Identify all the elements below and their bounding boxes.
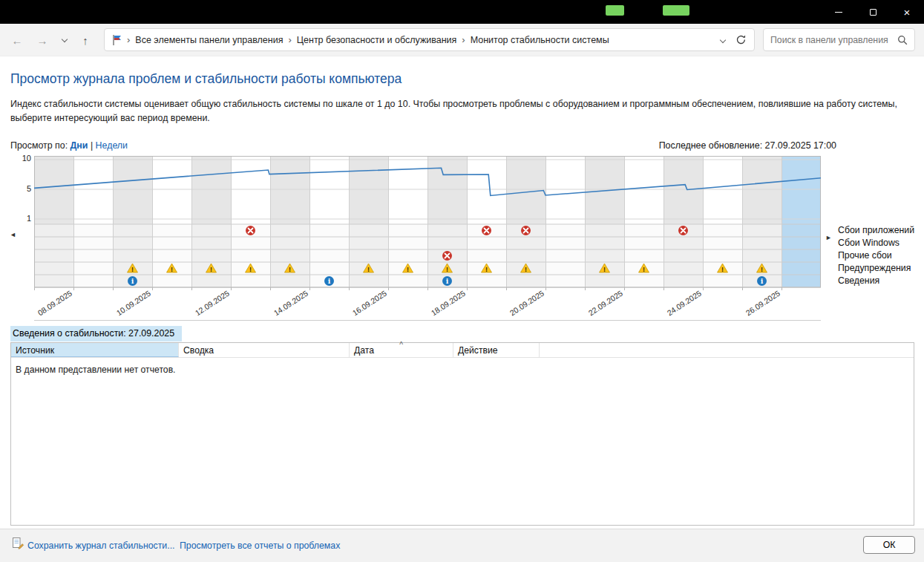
svg-text:i: i bbox=[446, 277, 449, 285]
view-by-days-link[interactable]: Дни bbox=[71, 140, 88, 151]
svg-text:!: ! bbox=[407, 266, 409, 273]
up-button[interactable]: ↑ bbox=[76, 24, 95, 56]
breadcrumb-item-security-center[interactable]: Центр безопасности и обслуживания bbox=[297, 35, 457, 45]
svg-text:!: ! bbox=[367, 266, 370, 273]
search-icon[interactable] bbox=[897, 35, 908, 45]
column-header-date[interactable]: ^ Дата bbox=[350, 343, 453, 357]
info-icon[interactable]: i bbox=[442, 276, 452, 286]
date-label: 16.09.2025 bbox=[350, 289, 388, 318]
sort-ascending-icon: ^ bbox=[399, 341, 403, 349]
search-input[interactable] bbox=[770, 35, 897, 45]
titlebar-badge bbox=[606, 5, 624, 16]
svg-text:!: ! bbox=[485, 266, 488, 273]
date-label: 14.09.2025 bbox=[272, 289, 309, 318]
error-icon[interactable] bbox=[521, 226, 531, 235]
ok-button[interactable]: ОК bbox=[863, 536, 915, 554]
date-label: 24.09.2025 bbox=[665, 289, 703, 318]
svg-text:!: ! bbox=[289, 266, 291, 273]
navigation-bar: ← → ↑ › Все элементы панели управления ›… bbox=[0, 24, 924, 56]
chevron-down-icon bbox=[62, 36, 68, 42]
error-icon[interactable] bbox=[482, 226, 491, 235]
chart-legend: Сбои приложений Сбои Windows Прочие сбои… bbox=[838, 224, 914, 287]
svg-text:!: ! bbox=[603, 266, 606, 273]
breadcrumb-separator: › bbox=[283, 34, 296, 45]
maximize-icon bbox=[870, 9, 877, 16]
view-by-row: Просмотр по: Дни | Недели bbox=[10, 140, 128, 151]
breadcrumb-separator: › bbox=[122, 34, 135, 45]
last-update-label: Последнее обновление: 27.09.2025 17:00 bbox=[659, 140, 836, 151]
legend-information: Сведения bbox=[838, 275, 914, 287]
stability-chart[interactable]: !!!!!!!!!!!!!!iiii08.09.202510.09.202512… bbox=[34, 156, 821, 321]
svg-text:!: ! bbox=[131, 266, 134, 273]
save-report-icon bbox=[12, 537, 24, 552]
maximize-button[interactable] bbox=[856, 0, 890, 24]
selected-day-column bbox=[782, 156, 821, 287]
y-axis-tick: 10 bbox=[19, 154, 31, 163]
view-all-reports-link[interactable]: Просмотреть все отчеты о проблемах bbox=[180, 540, 340, 551]
chart-scroll-right-button[interactable]: ► bbox=[825, 234, 832, 241]
page-description: Индекс стабильности системы оценивает об… bbox=[10, 97, 919, 125]
titlebar[interactable]: × bbox=[0, 0, 924, 24]
legend-windows-failures: Сбои Windows bbox=[838, 237, 914, 249]
reports-table-header: Источник Сводка ^ Дата Действие bbox=[11, 343, 914, 358]
error-icon[interactable] bbox=[442, 251, 452, 261]
stability-details-title: Сведения о стабильности: 27.09.2025 bbox=[10, 326, 182, 342]
back-icon: ← bbox=[12, 34, 23, 47]
reliability-monitor-window: × ← → ↑ › Все элементы панели управления… bbox=[0, 0, 924, 562]
chart-scroll-left-button[interactable]: ◄ bbox=[10, 231, 16, 238]
no-reports-message: В данном представлении нет отчетов. bbox=[16, 365, 176, 375]
forward-icon: → bbox=[37, 34, 48, 47]
y-axis-tick: 1 bbox=[19, 214, 31, 223]
date-label: 22.09.2025 bbox=[586, 289, 624, 318]
window-controls: × bbox=[822, 0, 924, 24]
close-icon: × bbox=[904, 7, 911, 18]
svg-text:!: ! bbox=[249, 266, 252, 273]
save-stability-log-link[interactable]: Сохранить журнал стабильности... bbox=[27, 540, 174, 551]
up-icon: ↑ bbox=[82, 34, 88, 47]
legend-app-failures: Сбои приложений bbox=[838, 224, 914, 237]
svg-text:!: ! bbox=[643, 266, 645, 273]
close-button[interactable]: × bbox=[890, 0, 924, 24]
column-header-summary[interactable]: Сводка bbox=[179, 343, 350, 357]
view-by-weeks-link[interactable]: Недели bbox=[96, 140, 128, 151]
date-label: 12.09.2025 bbox=[193, 289, 231, 318]
error-icon[interactable] bbox=[246, 226, 255, 235]
control-panel-flag-icon bbox=[112, 34, 122, 46]
date-label: 26.09.2025 bbox=[744, 289, 782, 318]
error-icon[interactable] bbox=[678, 226, 688, 235]
info-icon[interactable]: i bbox=[128, 276, 137, 286]
back-button[interactable]: ← bbox=[7, 24, 27, 56]
titlebar-badge bbox=[663, 5, 689, 16]
breadcrumb-item-reliability-monitor[interactable]: Монитор стабильности системы bbox=[471, 35, 609, 45]
date-label: 10.09.2025 bbox=[114, 289, 152, 318]
svg-text:i: i bbox=[328, 277, 331, 285]
address-dropdown-icon[interactable] bbox=[720, 36, 726, 42]
svg-text:!: ! bbox=[525, 266, 527, 273]
breadcrumb-separator: › bbox=[456, 34, 470, 45]
refresh-icon[interactable] bbox=[735, 34, 747, 45]
column-header-action[interactable]: Действие bbox=[453, 343, 540, 357]
address-bar[interactable]: › Все элементы панели управления › Центр… bbox=[104, 28, 755, 51]
forward-button[interactable]: → bbox=[33, 24, 52, 56]
info-icon[interactable]: i bbox=[324, 276, 334, 286]
svg-text:i: i bbox=[761, 277, 764, 285]
view-by-separator: | bbox=[91, 140, 93, 151]
column-header-source[interactable]: Источник bbox=[11, 343, 179, 357]
legend-misc-failures: Прочие сбои bbox=[838, 249, 914, 262]
svg-text:!: ! bbox=[210, 266, 212, 273]
page-title: Просмотр журнала проблем и стабильности … bbox=[10, 71, 402, 87]
reports-table: Источник Сводка ^ Дата Действие В данном… bbox=[10, 342, 914, 526]
svg-text:!: ! bbox=[446, 266, 448, 273]
footer-bar: Сохранить журнал стабильности... Просмот… bbox=[0, 529, 924, 562]
column-header-filler bbox=[540, 343, 914, 357]
svg-text:!: ! bbox=[171, 266, 173, 273]
svg-text:!: ! bbox=[761, 266, 763, 273]
breadcrumb-item-control-panel[interactable]: Все элементы панели управления bbox=[135, 35, 283, 45]
svg-text:i: i bbox=[131, 277, 134, 285]
date-label: 18.09.2025 bbox=[429, 289, 467, 318]
date-label: 20.09.2025 bbox=[508, 289, 545, 318]
svg-text:!: ! bbox=[721, 266, 724, 273]
recent-pages-button[interactable] bbox=[56, 24, 73, 56]
minimize-button[interactable] bbox=[822, 0, 856, 24]
info-icon[interactable]: i bbox=[757, 276, 767, 286]
